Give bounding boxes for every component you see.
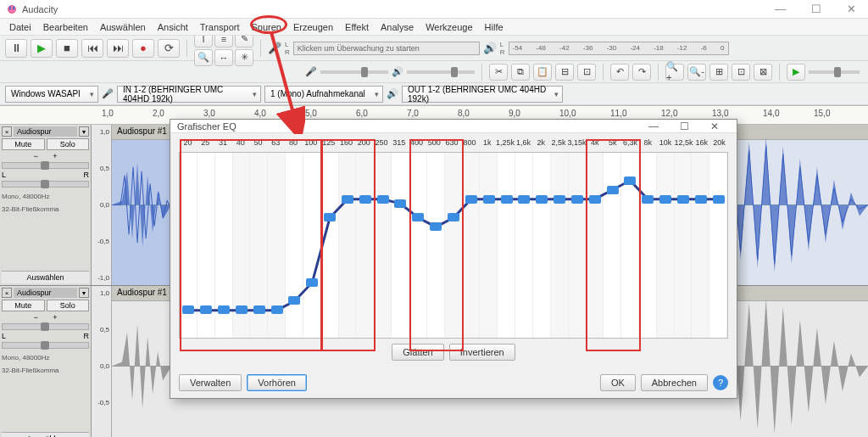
audio-host-combo[interactable]: Windows WASAPI: [5, 86, 98, 103]
minimize-button[interactable]: —: [770, 3, 791, 15]
cancel-button[interactable]: Abbrechen: [641, 374, 708, 391]
eq-band-slider-80[interactable]: [288, 296, 300, 305]
eq-band-slider-125[interactable]: [324, 213, 336, 221]
help-button[interactable]: ?: [713, 375, 728, 390]
cut-button[interactable]: ✂: [489, 64, 508, 81]
track-menu-button[interactable]: ▾: [79, 126, 89, 137]
track-close-button[interactable]: ×: [2, 126, 12, 137]
eq-band-slider-25[interactable]: [200, 305, 212, 314]
dialog-maximize-button[interactable]: ☐: [669, 120, 699, 132]
track-menu-button[interactable]: ▾: [79, 288, 89, 298]
mic-volume-slider[interactable]: [320, 70, 388, 74]
eq-band-slider-12,5k[interactable]: [677, 195, 689, 204]
eq-band-slider-20[interactable]: [182, 305, 194, 314]
eq-band-slider-500[interactable]: [430, 222, 442, 231]
menu-werkzeuge[interactable]: Werkzeuge: [420, 20, 478, 34]
pan-slider[interactable]: [2, 342, 89, 349]
pause-button[interactable]: ⏸: [5, 39, 27, 58]
zoom-toggle-button[interactable]: ⊠: [754, 64, 772, 81]
redo-button[interactable]: ↷: [632, 64, 651, 81]
menu-effekt[interactable]: Effekt: [339, 20, 375, 34]
eq-band-slider-160[interactable]: [342, 195, 353, 204]
skip-start-button[interactable]: ⏮: [81, 39, 103, 58]
eq-band-slider-63[interactable]: [271, 305, 283, 314]
manage-button[interactable]: Verwalten: [179, 374, 242, 391]
play-at-speed-button[interactable]: ▶: [787, 64, 805, 81]
play-button[interactable]: ▶: [31, 39, 53, 58]
output-device-combo[interactable]: OUT 1-2 (BEHRINGER UMC 404HD 192k): [402, 86, 563, 103]
eq-band-slider-250[interactable]: [377, 195, 389, 204]
trim-button[interactable]: ⊟: [555, 64, 574, 81]
menu-erzeugen[interactable]: Erzeugen: [287, 20, 339, 34]
eq-band-slider-16k[interactable]: [695, 195, 707, 204]
loop-button[interactable]: ⟳: [158, 39, 180, 58]
playback-volume-slider[interactable]: [407, 70, 475, 74]
menu-datei[interactable]: Datei: [3, 20, 37, 34]
eq-band-slider-630[interactable]: [448, 213, 459, 221]
eq-band-slider-2k[interactable]: [536, 195, 548, 204]
eq-band-slider-40[interactable]: [236, 305, 248, 314]
solo-button[interactable]: Solo: [47, 138, 90, 150]
undo-button[interactable]: ↶: [610, 64, 629, 81]
eq-band-slider-1,6k[interactable]: [518, 195, 530, 204]
eq-band-slider-1,25k[interactable]: [501, 195, 513, 204]
mute-button[interactable]: Mute: [2, 138, 45, 150]
eq-band-slider-5k[interactable]: [607, 186, 619, 194]
track-close-button[interactable]: ×: [2, 288, 12, 298]
skip-end-button[interactable]: ⏭: [107, 39, 129, 58]
track-select-button[interactable]: Auswählen: [2, 432, 89, 437]
silence-button[interactable]: ⊡: [577, 64, 596, 81]
eq-band-slider-200[interactable]: [359, 195, 371, 204]
eq-band-slider-10k[interactable]: [659, 195, 671, 204]
stop-button[interactable]: ■: [56, 39, 78, 58]
input-channels-combo[interactable]: 1 (Mono) Aufnahmekanal: [264, 86, 383, 103]
preview-button[interactable]: Vorhören: [247, 374, 307, 391]
menu-spuren[interactable]: Spuren: [245, 20, 287, 34]
eq-band-slider-315[interactable]: [394, 199, 406, 208]
eq-band-slider-20k[interactable]: [713, 195, 725, 204]
menu-hilfe[interactable]: Hilfe: [479, 20, 509, 34]
menu-ansicht[interactable]: Ansicht: [152, 20, 194, 34]
zoom-tool[interactable]: 🔍: [194, 49, 213, 66]
dialog-titlebar[interactable]: Grafischer EQ — ☐ ✕: [170, 120, 737, 133]
ok-button[interactable]: OK: [600, 374, 636, 391]
eq-band-slider-800[interactable]: [465, 195, 477, 204]
timeshift-tool[interactable]: ↔: [214, 49, 233, 66]
record-button[interactable]: ●: [132, 39, 154, 58]
eq-band-slider-3,15k[interactable]: [571, 195, 583, 204]
zoom-in-button[interactable]: 🔍+: [665, 64, 684, 81]
fit-selection-button[interactable]: ⊞: [709, 64, 728, 81]
eq-band-slider-400[interactable]: [412, 213, 424, 221]
multi-tool[interactable]: ✳: [235, 49, 253, 66]
zoom-out-button[interactable]: 🔍-: [687, 64, 706, 81]
input-device-combo[interactable]: IN 1-2 (BEHRINGER UMC 404HD 192k): [117, 86, 261, 103]
eq-band-slider-100[interactable]: [306, 278, 318, 287]
eq-band-slider-6,3k[interactable]: [624, 176, 636, 185]
track-select-button[interactable]: Auswählen: [2, 271, 89, 283]
menu-auswaehlen[interactable]: Auswählen: [94, 20, 152, 34]
eq-band-slider-31[interactable]: [218, 305, 230, 314]
close-button[interactable]: ✕: [842, 3, 861, 15]
dialog-close-button[interactable]: ✕: [699, 120, 730, 132]
eq-band-slider-50[interactable]: [253, 305, 265, 314]
play-speed-slider[interactable]: [809, 70, 860, 74]
track-name[interactable]: Audiospur: [14, 126, 77, 137]
flatten-button[interactable]: Glätten: [392, 344, 443, 361]
track-name[interactable]: Audiospur: [14, 288, 77, 298]
gain-slider[interactable]: [2, 323, 89, 330]
mute-button[interactable]: Mute: [2, 300, 45, 311]
gain-slider[interactable]: [2, 162, 89, 169]
solo-button[interactable]: Solo: [47, 300, 90, 311]
menu-bearbeiten[interactable]: Bearbeiten: [37, 20, 94, 34]
eq-band-slider-8k[interactable]: [642, 195, 654, 204]
paste-button[interactable]: 📋: [533, 64, 552, 81]
fit-project-button[interactable]: ⊡: [732, 64, 750, 81]
menu-analyse[interactable]: Analyse: [375, 20, 420, 34]
maximize-button[interactable]: ☐: [806, 3, 826, 15]
copy-button[interactable]: ⧉: [511, 64, 530, 81]
dialog-minimize-button[interactable]: —: [638, 120, 669, 132]
recording-meter[interactable]: Klicken um Überwachung zu starten: [293, 42, 480, 55]
eq-band-slider-1k[interactable]: [483, 195, 495, 204]
eq-graph[interactable]: [179, 152, 728, 339]
invert-button[interactable]: Invertieren: [449, 344, 515, 361]
